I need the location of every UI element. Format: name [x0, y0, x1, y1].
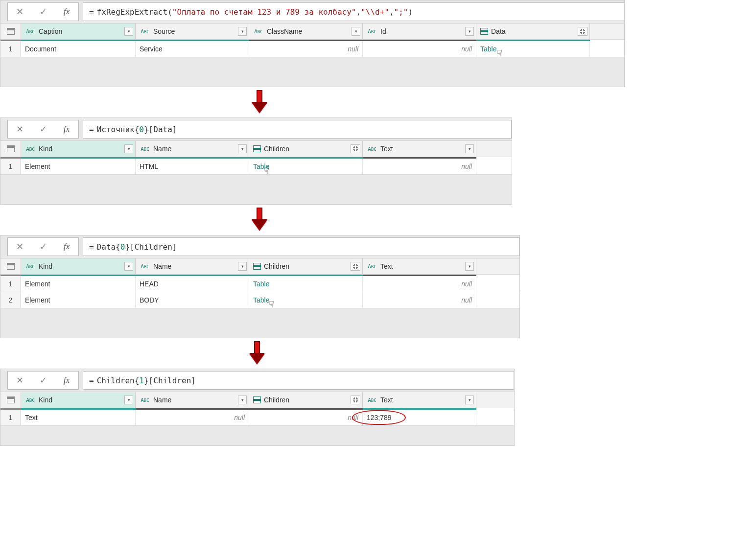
fx-icon[interactable]: fx [55, 238, 78, 256]
filter-icon[interactable]: ▾ [124, 144, 133, 153]
cell[interactable]: null [363, 276, 476, 292]
cancel-icon[interactable]: ✕ [8, 238, 31, 256]
table-type-icon [253, 145, 261, 152]
col-caption[interactable]: ABCCaption▾ [21, 23, 136, 39]
formula-bar: ✕ ✓ fx = Источник{0}[Data] [0, 118, 512, 140]
cell[interactable]: Document [21, 41, 136, 57]
table-row[interactable]: 1 Element HEAD Table null [0, 276, 519, 292]
col-id[interactable]: ABCId▾ [363, 23, 476, 39]
select-all-corner[interactable] [0, 23, 21, 39]
col-text[interactable]: ABCText▾ [363, 258, 476, 274]
accept-icon[interactable]: ✓ [31, 120, 55, 138]
table-row[interactable]: 1 Document Service null null Table☟ [0, 41, 624, 57]
formula-bar: ✕ ✓ fx = fxRegExpExtract("Оплата по счет… [0, 0, 624, 23]
cell[interactable]: null [363, 292, 476, 308]
accept-icon[interactable]: ✓ [31, 372, 55, 389]
cell-table-link[interactable]: Table [249, 276, 363, 292]
expand-icon[interactable] [351, 396, 360, 404]
data-grid: ABCKind▾ ABCName▾ Children ABCText▾ 1 El… [0, 258, 519, 308]
cancel-icon[interactable]: ✕ [8, 120, 31, 138]
fx-icon[interactable]: fx [55, 372, 78, 389]
fx-icon[interactable]: fx [55, 3, 78, 21]
header-row: ABCKind▾ ABCName▾ Children ABCText▾ [0, 392, 514, 408]
expand-icon[interactable] [351, 262, 360, 271]
row-number[interactable]: 1 [0, 410, 21, 425]
hand-cursor-icon: ☟ [497, 48, 502, 59]
cell[interactable]: null [363, 41, 476, 57]
data-grid: ABCCaption▾ ABCSource▾ ABCClassName▾ ABC… [0, 23, 624, 57]
cell[interactable]: HTML [136, 159, 249, 174]
formula-input[interactable]: = Data{0}[Children] [83, 237, 519, 256]
cell[interactable]: Service [136, 41, 249, 57]
col-text[interactable]: ABCText▾ [363, 392, 476, 408]
table-row[interactable]: 2 Element BODY Table☟ null [0, 292, 519, 308]
header-row: ABCKind▾ ABCName▾ Children ABCText▾ [0, 258, 519, 275]
formula-input[interactable]: = Источник{0}[Data] [83, 120, 512, 139]
col-name[interactable]: ABCName▾ [136, 258, 249, 274]
accept-icon[interactable]: ✓ [31, 238, 55, 256]
filter-icon[interactable]: ▾ [352, 27, 360, 36]
table-type-icon [480, 28, 488, 35]
filter-icon[interactable]: ▾ [124, 27, 133, 36]
col-kind[interactable]: ABCKind▾ [21, 392, 136, 408]
cell-table-link[interactable]: Table☟ [476, 41, 590, 57]
filter-icon[interactable]: ▾ [124, 396, 133, 404]
formula-bar: ✕ ✓ fx = Children{1}[Children] [0, 369, 514, 392]
filter-icon[interactable]: ▾ [465, 262, 474, 271]
col-source[interactable]: ABCSource▾ [136, 23, 249, 39]
filter-icon[interactable]: ▾ [238, 262, 247, 271]
formula-buttons: ✕ ✓ fx [7, 2, 79, 21]
cell[interactable]: null [363, 159, 476, 174]
row-number[interactable]: 2 [0, 292, 21, 308]
filter-icon[interactable]: ▾ [238, 144, 247, 153]
filter-icon[interactable]: ▾ [124, 262, 133, 271]
col-text[interactable]: ABCText▾ [363, 141, 476, 157]
filter-icon[interactable]: ▾ [465, 27, 474, 36]
fx-icon[interactable]: fx [55, 120, 78, 138]
cell[interactable]: Element [21, 292, 136, 308]
select-all-corner[interactable] [0, 141, 21, 157]
col-name[interactable]: ABCName▾ [136, 141, 249, 157]
cancel-icon[interactable]: ✕ [8, 3, 31, 21]
formula-input[interactable]: = Children{1}[Children] [83, 371, 514, 390]
filter-icon[interactable]: ▾ [465, 396, 474, 404]
cell[interactable]: null [249, 41, 363, 57]
cell-table-link[interactable]: Table☟ [249, 292, 363, 308]
col-classname[interactable]: ABCClassName▾ [249, 23, 363, 39]
formula-input[interactable]: = fxRegExpExtract("Оплата по счетам 123 … [83, 2, 624, 21]
expand-icon[interactable] [351, 144, 360, 153]
header-row: ABCCaption▾ ABCSource▾ ABCClassName▾ ABC… [0, 23, 624, 40]
col-name[interactable]: ABCName▾ [136, 392, 249, 408]
header-row: ABCKind▾ ABCName▾ Children ABCText▾ [0, 141, 512, 157]
expand-icon[interactable] [578, 27, 588, 36]
cell[interactable]: Element [21, 276, 136, 292]
filter-icon[interactable]: ▾ [238, 27, 247, 36]
formula-buttons: ✕ ✓ fx [7, 237, 79, 256]
filter-icon[interactable]: ▾ [465, 144, 474, 153]
accept-icon[interactable]: ✓ [31, 3, 55, 21]
col-children[interactable]: Children [249, 141, 363, 157]
cell[interactable]: null [249, 410, 363, 425]
row-number[interactable]: 1 [0, 41, 21, 57]
select-all-corner[interactable] [0, 258, 21, 274]
cell[interactable]: BODY [136, 292, 249, 308]
cell[interactable]: HEAD [136, 276, 249, 292]
cell[interactable]: Text [21, 410, 136, 425]
down-arrow-icon [250, 340, 264, 367]
cell[interactable]: null [136, 410, 249, 425]
table-row[interactable]: 1 Element HTML Table☟ null [0, 159, 512, 175]
row-number[interactable]: 1 [0, 159, 21, 174]
filter-icon[interactable]: ▾ [238, 396, 247, 404]
select-all-corner[interactable] [0, 392, 21, 408]
cell-result[interactable]: 123;789 [363, 410, 476, 425]
col-kind[interactable]: ABCKind▾ [21, 258, 136, 274]
table-row[interactable]: 1 Text null null 123;789 [0, 410, 514, 426]
col-data[interactable]: Data [476, 23, 590, 39]
cancel-icon[interactable]: ✕ [8, 372, 31, 389]
row-number[interactable]: 1 [0, 276, 21, 292]
col-children[interactable]: Children [249, 258, 363, 274]
cell-table-link[interactable]: Table☟ [249, 159, 363, 174]
cell[interactable]: Element [21, 159, 136, 174]
col-kind[interactable]: ABCKind▾ [21, 141, 136, 157]
col-children[interactable]: Children [249, 392, 363, 408]
